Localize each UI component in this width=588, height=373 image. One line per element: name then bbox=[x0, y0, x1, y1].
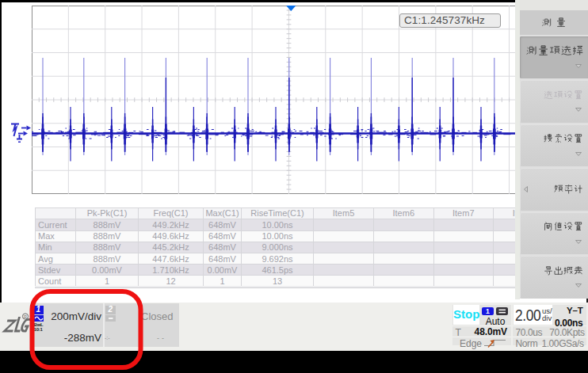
svg-text:R: R bbox=[24, 314, 27, 319]
